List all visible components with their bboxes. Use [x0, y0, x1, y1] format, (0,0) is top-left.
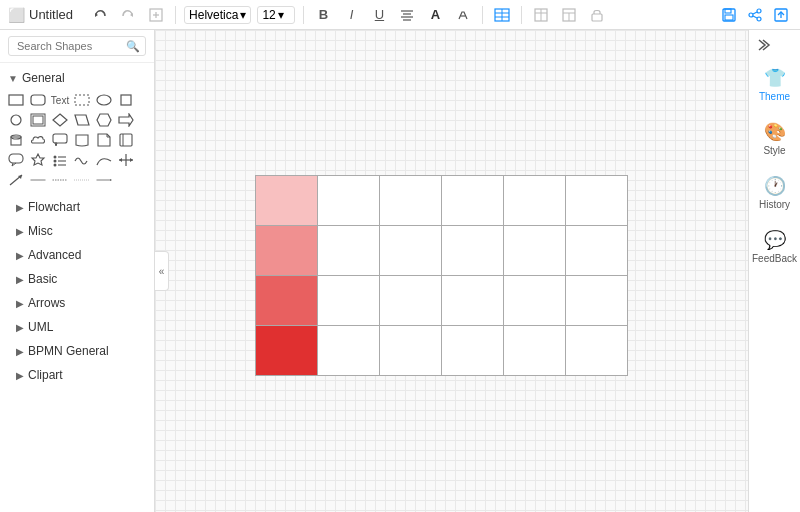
table-cell[interactable] [380, 176, 442, 226]
shape-hex[interactable] [94, 111, 114, 129]
category-item-basic[interactable]: ▶Basic [0, 267, 154, 291]
search-icon: 🔍 [126, 40, 140, 53]
table-cell[interactable] [566, 226, 628, 276]
table-extra2-button[interactable] [558, 4, 580, 26]
sep1 [175, 6, 176, 24]
category-arrow: ▶ [16, 202, 24, 213]
theme-label: Theme [759, 91, 790, 102]
shape-dotted[interactable] [72, 91, 92, 109]
shape-ellipse[interactable] [94, 91, 114, 109]
canvas-area[interactable]: « [155, 30, 748, 512]
shape-note[interactable] [94, 131, 114, 149]
table-cell[interactable] [256, 326, 318, 376]
category-item-uml[interactable]: ▶UML [0, 315, 154, 339]
shape-dots[interactable] [50, 151, 70, 169]
feedback-button[interactable]: 💬 FeedBack [751, 220, 799, 272]
right-panel: 👕 Theme 🎨 Style 🕐 History 💬 FeedBack [748, 30, 800, 512]
table-cell[interactable] [504, 326, 566, 376]
category-item-advanced[interactable]: ▶Advanced [0, 243, 154, 267]
sidebar-collapse-button[interactable]: « [155, 251, 169, 291]
shape-callout[interactable] [50, 131, 70, 149]
shape-arrow-line[interactable] [94, 171, 114, 189]
table-cell[interactable] [318, 276, 380, 326]
table-cell[interactable] [566, 326, 628, 376]
category-item-flowchart[interactable]: ▶Flowchart [0, 195, 154, 219]
align-button[interactable] [396, 4, 418, 26]
svg-rect-33 [75, 95, 89, 105]
svg-point-52 [54, 156, 57, 159]
svg-rect-31 [9, 95, 23, 105]
shape-line3[interactable] [72, 171, 92, 189]
save-button[interactable] [718, 4, 740, 26]
table-cell[interactable] [380, 226, 442, 276]
table-cell[interactable] [256, 176, 318, 226]
redo-button[interactable] [117, 4, 139, 26]
insert-button[interactable] [145, 4, 167, 26]
table-cell[interactable] [442, 226, 504, 276]
share-button[interactable] [744, 4, 766, 26]
highlight-button[interactable] [452, 4, 474, 26]
undo-button[interactable] [89, 4, 111, 26]
shape-arrow-right[interactable] [116, 111, 136, 129]
table-cell[interactable] [318, 226, 380, 276]
table-cell[interactable] [442, 326, 504, 376]
upload-button[interactable] [770, 4, 792, 26]
shape-starburst[interactable] [28, 151, 48, 169]
lock-button[interactable] [586, 4, 608, 26]
shape-parallelogram[interactable] [72, 111, 92, 129]
shape-rounded-rect[interactable] [28, 91, 48, 109]
shape-square[interactable] [116, 91, 136, 109]
canvas-table[interactable] [255, 175, 628, 376]
font-size-selector[interactable]: 12 ▾ [257, 6, 295, 24]
table-cell[interactable] [380, 276, 442, 326]
theme-button[interactable]: 👕 Theme [751, 58, 799, 110]
shape-tablet[interactable] [116, 131, 136, 149]
table-cell[interactable] [318, 326, 380, 376]
italic-button[interactable]: I [340, 4, 362, 26]
category-arrow: ▶ [16, 298, 24, 309]
shape-doc[interactable] [72, 131, 92, 149]
shape-cloud[interactable] [28, 131, 48, 149]
svg-point-34 [97, 95, 111, 105]
table-cell[interactable] [256, 276, 318, 326]
shape-cross-arrow[interactable] [116, 151, 136, 169]
style-button[interactable]: 🎨 Style [751, 112, 799, 164]
font-selector[interactable]: Helvetica ▾ [184, 6, 251, 24]
shape-bubble[interactable] [6, 151, 26, 169]
bold-button[interactable]: B [312, 4, 334, 26]
table-cell[interactable] [566, 176, 628, 226]
shape-cylinder[interactable] [6, 131, 26, 149]
shape-double-rect[interactable] [28, 111, 48, 129]
table-cell[interactable] [442, 176, 504, 226]
shape-diagonal-arrow[interactable] [6, 171, 26, 189]
shape-curve[interactable] [94, 151, 114, 169]
table-cell[interactable] [566, 276, 628, 326]
category-item-clipart[interactable]: ▶Clipart [0, 363, 154, 387]
shape-text[interactable]: Text [50, 91, 70, 109]
table-extra1-button[interactable] [530, 4, 552, 26]
shape-rect[interactable] [6, 91, 26, 109]
search-box-area: 🔍 [0, 30, 154, 63]
table-cell[interactable] [504, 276, 566, 326]
table-cell[interactable] [318, 176, 380, 226]
category-item-misc[interactable]: ▶Misc [0, 219, 154, 243]
table-cell[interactable] [504, 176, 566, 226]
table-cell[interactable] [442, 276, 504, 326]
shape-diamond[interactable] [50, 111, 70, 129]
shape-wave[interactable] [72, 151, 92, 169]
general-section-header[interactable]: ▼ General [0, 67, 154, 89]
table-layout-button[interactable] [491, 4, 513, 26]
table-cell[interactable] [504, 226, 566, 276]
underline-button[interactable]: U [368, 4, 390, 26]
table-cell[interactable] [380, 326, 442, 376]
category-arrow: ▶ [16, 370, 24, 381]
table-cell[interactable] [256, 226, 318, 276]
history-button[interactable]: 🕐 History [751, 166, 799, 218]
category-item-arrows[interactable]: ▶Arrows [0, 291, 154, 315]
shape-line1[interactable] [28, 171, 48, 189]
shape-line2[interactable] [50, 171, 70, 189]
shape-circle[interactable] [6, 111, 26, 129]
right-panel-collapse[interactable] [749, 34, 800, 56]
category-item-bpmn-general[interactable]: ▶BPMN General [0, 339, 154, 363]
font-color-button[interactable]: A [424, 4, 446, 26]
